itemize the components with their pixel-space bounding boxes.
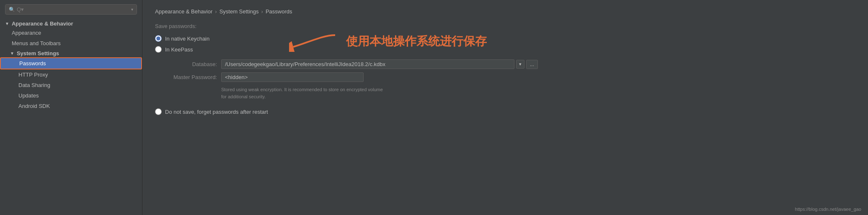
- database-input-wrap: ▾ ...: [221, 59, 538, 69]
- sidebar-item-label: Data Sharing: [18, 82, 50, 88]
- database-label: Database:: [167, 61, 217, 67]
- sidebar-item-label: Passwords: [19, 60, 46, 67]
- radio-option-keepass[interactable]: In KeePass: [155, 46, 855, 53]
- database-dropdown-button[interactable]: ▾: [516, 60, 524, 69]
- sidebar-item-menus-toolbars[interactable]: Menus and Toolbars: [0, 38, 142, 49]
- radio-label-no-save: Do not save, forget passwords after rest…: [165, 109, 268, 115]
- search-icon: 🔍: [9, 7, 15, 13]
- sidebar-item-android-sdk[interactable]: Android SDK: [0, 101, 142, 111]
- database-browse-button[interactable]: ...: [526, 60, 538, 69]
- master-password-input[interactable]: [221, 72, 364, 82]
- breadcrumb-sep-1: ›: [215, 8, 217, 15]
- radio-label-native-keychain: In native Keychain: [165, 36, 209, 42]
- radio-label-keepass: In KeePass: [165, 46, 193, 53]
- expand-icon: ▼: [5, 21, 9, 26]
- breadcrumb: Appearance & Behavior › System Settings …: [155, 8, 855, 15]
- sidebar-item-label: Menus and Toolbars: [12, 40, 61, 46]
- radio-group: In native Keychain In KeePass: [155, 35, 855, 53]
- radio-no-save[interactable]: [155, 108, 162, 115]
- expand-icon: ▼: [10, 51, 14, 56]
- radio-native-keychain[interactable]: [155, 35, 162, 42]
- sidebar-section-label: Appearance & Behavior: [12, 20, 73, 27]
- sidebar-item-updates[interactable]: Updates: [0, 90, 142, 101]
- radio-option-no-save[interactable]: Do not save, forget passwords after rest…: [155, 108, 855, 115]
- search-bar[interactable]: 🔍 ▾: [5, 4, 137, 15]
- sidebar-item-label: HTTP Proxy: [18, 72, 48, 78]
- search-dropdown-icon: ▾: [131, 7, 133, 12]
- database-field-row: Database: ▾ ...: [167, 59, 855, 69]
- section-label: Save passwords:: [155, 23, 855, 29]
- breadcrumb-part-3: Passwords: [266, 8, 292, 15]
- radio-option-native-keychain[interactable]: In native Keychain: [155, 35, 855, 42]
- sidebar-item-appearance[interactable]: Appearance: [0, 28, 142, 38]
- breadcrumb-sep-2: ›: [261, 8, 263, 15]
- footer-link: https://blog.csdn.net/javaee_gao: [795, 207, 861, 212]
- master-password-label: Master Password:: [167, 74, 217, 80]
- sidebar-item-http-proxy[interactable]: HTTP Proxy: [0, 69, 142, 80]
- sidebar-item-label: Appearance: [12, 30, 41, 36]
- hint-text: Stored using weak encryption. It is reco…: [221, 86, 389, 100]
- database-input[interactable]: [221, 59, 514, 69]
- sidebar-section-appearance-behavior[interactable]: ▼ Appearance & Behavior: [0, 18, 142, 28]
- sidebar-item-passwords[interactable]: Passwords: [0, 57, 142, 69]
- sub-fields: Database: ▾ ... Master Password: Stored …: [167, 59, 855, 100]
- sidebar-item-label: Updates: [18, 92, 39, 99]
- master-password-input-wrap: [221, 72, 364, 82]
- sidebar-item-label: Android SDK: [18, 103, 50, 109]
- sidebar-item-system-settings[interactable]: ▼ System Settings: [0, 49, 142, 57]
- sidebar-item-label: System Settings: [17, 50, 59, 56]
- annotation-text: 使用本地操作系统进行保存: [346, 33, 487, 49]
- radio-keepass[interactable]: [155, 46, 162, 53]
- search-input[interactable]: [17, 6, 129, 13]
- arrow-annotation: [289, 31, 339, 52]
- main-content: Appearance & Behavior › System Settings …: [142, 0, 868, 215]
- master-password-field-row: Master Password:: [167, 72, 855, 82]
- breadcrumb-part-2: System Settings: [220, 8, 259, 15]
- sidebar-item-data-sharing[interactable]: Data Sharing: [0, 80, 142, 90]
- sidebar: 🔍 ▾ ▼ Appearance & Behavior Appearance M…: [0, 0, 142, 215]
- breadcrumb-part-1: Appearance & Behavior: [155, 8, 212, 15]
